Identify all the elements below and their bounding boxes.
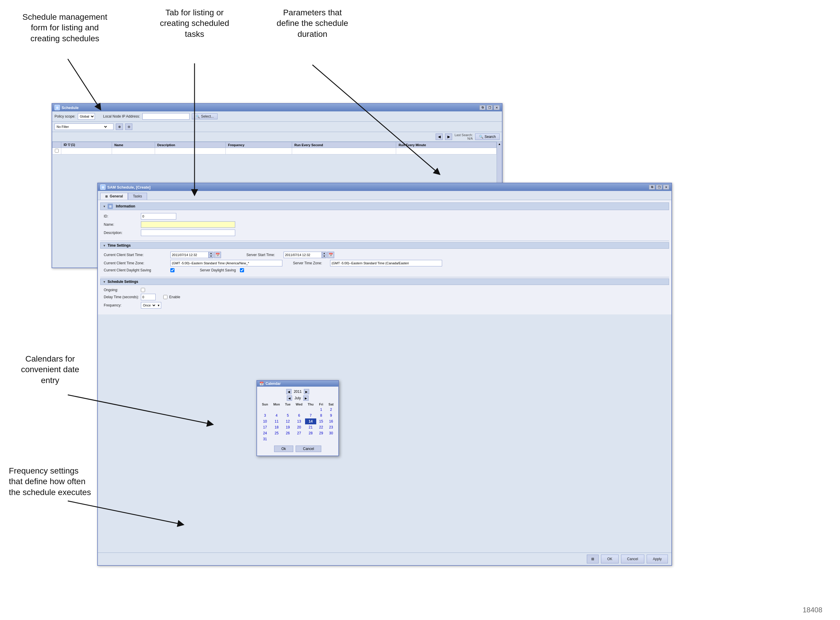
window1-controls[interactable]: ⧉ ❐ ✕: [480, 105, 500, 110]
cal-day-20[interactable]: 20: [293, 424, 305, 430]
cal-day-15[interactable]: 15: [316, 418, 326, 424]
schedule-settings-header[interactable]: ▼ Schedule Settings: [100, 278, 669, 285]
server-spinner-down[interactable]: ▼: [322, 255, 326, 258]
server-spinner-up[interactable]: ▲: [322, 252, 326, 255]
policy-scope-select-wrap[interactable]: Global: [78, 113, 95, 120]
cal-day-7[interactable]: 7: [305, 412, 316, 418]
client-tz-input[interactable]: [170, 260, 282, 266]
server-daylight-checkbox[interactable]: [240, 268, 244, 272]
enable-checkbox[interactable]: [163, 295, 167, 299]
year-prev-btn[interactable]: ◀: [286, 389, 292, 394]
frequency-select[interactable]: Once: [141, 303, 156, 308]
information-section-header[interactable]: ▼ ⊞ Information: [100, 202, 669, 210]
cal-day-22[interactable]: 22: [316, 424, 326, 430]
local-node-input[interactable]: [142, 113, 190, 120]
ok-button[interactable]: OK: [601, 555, 618, 563]
cal-day-17[interactable]: 17: [259, 424, 271, 430]
delay-label: Delay Time (seconds):: [104, 295, 139, 299]
annotation-frequency: Frequency settings that define how often…: [9, 466, 94, 498]
calendar-cancel-btn[interactable]: Cancel: [296, 445, 321, 452]
spinner-up[interactable]: ▲: [209, 252, 213, 255]
ongoing-checkbox[interactable]: [141, 288, 145, 292]
frequency-label: Frequency:: [104, 303, 139, 307]
name-input[interactable]: [141, 221, 235, 228]
search-button[interactable]: 🔍 Search: [475, 134, 500, 140]
cal-day-19[interactable]: 19: [283, 424, 293, 430]
cal-day-5[interactable]: 5: [283, 412, 293, 418]
cal-day-23[interactable]: 23: [326, 424, 336, 430]
icon-btn[interactable]: ⊞: [587, 555, 599, 563]
sam-restore-btn[interactable]: ❐: [656, 185, 662, 190]
cal-day-24[interactable]: 24: [259, 430, 271, 436]
cal-day-16[interactable]: 16: [326, 418, 336, 424]
cal-day-4[interactable]: 4: [271, 412, 283, 418]
calendar-ok-btn[interactable]: Ok: [274, 445, 293, 452]
cal-day-18[interactable]: 18: [271, 424, 283, 430]
time-settings-content: Current Client Start Time: ▲ ▼ 📅 Server …: [100, 250, 669, 276]
cal-day-2[interactable]: 2: [326, 407, 336, 412]
minimize-btn[interactable]: ⧉: [480, 105, 485, 110]
frequency-row: Frequency: Once ▼: [104, 302, 665, 308]
cal-day-27[interactable]: 27: [293, 430, 305, 436]
filter-add-btn[interactable]: ⊕: [116, 123, 123, 130]
annotation-parameters: Parameters that define the schedule dura…: [271, 8, 354, 39]
frequency-select-wrap[interactable]: Once ▼: [141, 302, 161, 308]
sam-minimize-btn[interactable]: ⧉: [649, 185, 655, 190]
client-start-time-input[interactable]: [170, 252, 209, 258]
month-prev-btn[interactable]: ◀: [287, 396, 292, 401]
filter-select-wrap[interactable]: No Filter: [54, 123, 113, 130]
restore-btn[interactable]: ❐: [486, 105, 492, 110]
cal-day-9[interactable]: 9: [326, 412, 336, 418]
cal-day-10[interactable]: 10: [259, 418, 271, 424]
close-btn[interactable]: ✕: [494, 105, 500, 110]
cal-day-1[interactable]: 1: [316, 407, 326, 412]
cal-day-14[interactable]: 14: [305, 418, 316, 424]
description-input[interactable]: [141, 230, 235, 236]
delay-input[interactable]: [141, 294, 156, 300]
last-search-block: Last Search: N/A: [455, 133, 473, 140]
filter-select[interactable]: No Filter: [55, 124, 108, 129]
cal-day-3[interactable]: 3: [259, 412, 271, 418]
server-time-spinner[interactable]: ▲ ▼: [322, 252, 327, 258]
cal-day-12[interactable]: 12: [283, 418, 293, 424]
cal-day-6[interactable]: 6: [293, 412, 305, 418]
time-settings-header[interactable]: ▼ Time Settings: [100, 242, 669, 249]
filter-remove-btn[interactable]: ⊖: [125, 123, 132, 130]
year-next-btn[interactable]: ▶: [304, 389, 309, 394]
id-input[interactable]: [141, 213, 176, 220]
sam-window-controls[interactable]: ⧉ ❐ ✕: [649, 185, 669, 190]
apply-button[interactable]: Apply: [647, 555, 668, 563]
cal-day-30[interactable]: 30: [326, 430, 336, 436]
server-calendar-btn[interactable]: 📅: [327, 252, 334, 258]
cal-day-25[interactable]: 25: [271, 430, 283, 436]
server-tz-input[interactable]: [330, 260, 442, 266]
server-start-time-input[interactable]: [283, 252, 322, 258]
tab-tasks[interactable]: Tasks: [128, 193, 147, 200]
cancel-button[interactable]: Cancel: [621, 555, 644, 563]
cal-day-empty-6: [271, 436, 283, 442]
cal-day-13[interactable]: 13: [293, 418, 305, 424]
cal-day-21[interactable]: 21: [305, 424, 316, 430]
client-calendar-btn[interactable]: 📅: [214, 252, 221, 258]
row-checkbox[interactable]: [55, 149, 59, 153]
cal-day-8[interactable]: 8: [316, 412, 326, 418]
cal-day-11[interactable]: 11: [271, 418, 283, 424]
scroll-up-btn[interactable]: ▲: [498, 142, 501, 146]
cal-day-28[interactable]: 28: [305, 430, 316, 436]
information-label: Information: [116, 204, 135, 208]
annotation-schedule-management: Schedule management form for listing and…: [18, 12, 112, 44]
sam-close-btn[interactable]: ✕: [663, 185, 669, 190]
prev-btn[interactable]: ◀: [436, 134, 443, 140]
policy-scope-select[interactable]: Global: [78, 114, 95, 119]
cal-header-fri: Fri: [316, 402, 326, 407]
tab-general[interactable]: ⊞ General: [100, 193, 128, 200]
client-daylight-checkbox[interactable]: [170, 268, 175, 272]
spinner-down[interactable]: ▼: [209, 255, 213, 258]
select-btn[interactable]: 🔍 Select...: [192, 113, 218, 119]
month-next-btn[interactable]: ▶: [303, 396, 309, 401]
next-btn[interactable]: ▶: [445, 134, 452, 140]
cal-day-29[interactable]: 29: [316, 430, 326, 436]
client-time-spinner[interactable]: ▲ ▼: [209, 252, 214, 258]
cal-day-26[interactable]: 26: [283, 430, 293, 436]
cal-day-31[interactable]: 31: [259, 436, 271, 442]
